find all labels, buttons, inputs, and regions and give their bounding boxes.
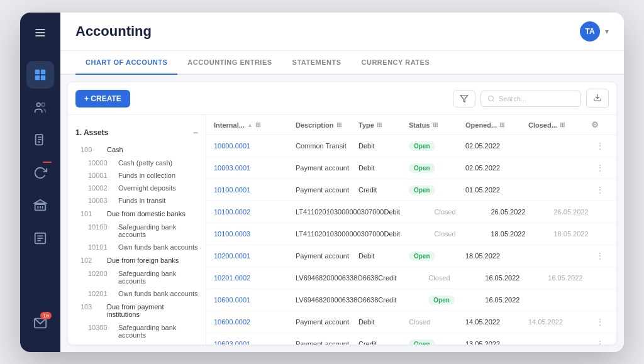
- table-row[interactable]: 10100.0003 LT411020103000000307000 Debit…: [206, 223, 616, 245]
- cell-type: Debit: [358, 142, 409, 150]
- tree-subitem-10201[interactable]: 10201 Own funds bank accounts: [68, 287, 206, 300]
- row-actions[interactable]: ⋮: [591, 339, 609, 345]
- cell-type: Credit: [378, 274, 428, 282]
- svg-rect-6: [41, 75, 45, 80]
- col-type[interactable]: Type ⊞: [358, 120, 409, 130]
- sort-internal-icon: ▲: [247, 122, 253, 128]
- tab-chart-of-accounts[interactable]: Chart of Accounts: [75, 51, 177, 75]
- tree-item-100[interactable]: 100 Cash: [68, 143, 206, 157]
- tree-subitem-10100[interactable]: 10100 Safeguarding bank accounts: [68, 221, 206, 241]
- filter-icon: [460, 94, 469, 103]
- table-row[interactable]: 10201.0002 LV69468200006338O6638 Credit …: [206, 267, 616, 289]
- cell-status: Closed: [409, 318, 465, 326]
- create-button[interactable]: + CREATE: [75, 90, 130, 108]
- content-wrapper: + CREATE Search...: [68, 82, 616, 345]
- svg-rect-3: [35, 70, 40, 74]
- tree-section-title: 1. Assets: [75, 128, 108, 137]
- tab-statements[interactable]: Statements: [282, 51, 352, 75]
- cell-opened: 26.05.2022: [491, 208, 554, 216]
- row-actions[interactable]: ⋮: [591, 163, 609, 173]
- settings-icon[interactable]: ⚙: [591, 120, 599, 130]
- sidebar-item-documents[interactable]: [26, 126, 54, 154]
- status-badge: Closed: [428, 274, 450, 282]
- table-row[interactable]: 10003.0001 Payment account Debit Open 02…: [206, 157, 616, 179]
- tree-subitem-10003[interactable]: 10003 Funds in transit: [68, 194, 206, 207]
- table-row[interactable]: 10200.0001 Payment account Debit Open 18…: [206, 245, 616, 267]
- filter-desc-icon[interactable]: ⊞: [336, 121, 341, 128]
- row-actions[interactable]: ⋮: [591, 141, 609, 151]
- cell-status: Closed: [428, 274, 485, 282]
- row-actions[interactable]: ⋮: [611, 295, 616, 305]
- table-row[interactable]: 10000.0001 Common Transit Debit Open 02.…: [206, 135, 616, 157]
- toolbar-right: Search...: [453, 89, 609, 108]
- download-button[interactable]: [586, 89, 609, 108]
- table-row[interactable]: 10100.0002 LT411020103000000307000 Debit…: [206, 201, 616, 223]
- tree-subitem-10000[interactable]: 10000 Cash (petty cash): [68, 157, 206, 169]
- tree-subitem-10002[interactable]: 10002 Overnight deposits: [68, 182, 206, 194]
- filter-opened-icon[interactable]: ⊞: [499, 121, 504, 128]
- sidebar-item-reports[interactable]: [26, 224, 54, 252]
- status-badge: Closed: [435, 230, 456, 238]
- sidebar: 18: [20, 13, 60, 352]
- tree-item-101[interactable]: 101 Due from domestic banks: [68, 207, 206, 221]
- col-internal[interactable]: Internal... ▲ ⊞: [214, 120, 296, 130]
- tab-accounting-entries[interactable]: Accounting Entries: [177, 51, 282, 75]
- row-actions[interactable]: ⋮: [591, 251, 609, 261]
- mail-badge: 18: [40, 312, 52, 319]
- hamburger-menu[interactable]: [30, 23, 50, 46]
- filter-type-icon[interactable]: ⊞: [377, 121, 382, 128]
- row-actions[interactable]: ⋮: [591, 317, 609, 327]
- sidebar-item-mail[interactable]: 18: [26, 309, 54, 337]
- sidebar-item-dashboard[interactable]: [26, 61, 54, 89]
- col-description[interactable]: Description ⊞: [296, 120, 358, 130]
- tab-currency-rates[interactable]: Currency Rates: [352, 51, 440, 75]
- cell-status: Open: [409, 185, 465, 195]
- cell-internal: 10003.0001: [214, 164, 296, 172]
- sync-badge: [43, 162, 52, 163]
- sidebar-item-sync[interactable]: [26, 159, 54, 187]
- status-badge: Closed: [435, 208, 456, 216]
- filter-status-icon[interactable]: ⊞: [433, 121, 438, 128]
- cell-internal: 10603.0001: [214, 340, 296, 345]
- table-row[interactable]: 10600.0002 Payment account Debit Closed …: [206, 311, 616, 333]
- table-row[interactable]: 10600.0001 LV69468200006338O6638 Credit …: [206, 289, 616, 311]
- col-settings[interactable]: ⚙: [591, 120, 609, 130]
- filter-internal-icon[interactable]: ⊞: [255, 121, 260, 128]
- cell-opened: 01.05.2022: [465, 186, 528, 194]
- cell-closed: 18.05.2022: [554, 230, 617, 238]
- col-opened[interactable]: Opened... ⊞: [465, 120, 528, 130]
- sidebar-item-bank[interactable]: [26, 192, 54, 219]
- cell-description: Common Transit: [296, 142, 358, 150]
- col-closed[interactable]: Closed... ⊞: [528, 120, 591, 130]
- status-badge: Open: [428, 295, 455, 305]
- table-body: 10000.0001 Common Transit Debit Open 02.…: [206, 135, 616, 345]
- col-status[interactable]: Status ⊞: [409, 120, 465, 130]
- filter-closed-icon[interactable]: ⊞: [560, 121, 565, 128]
- search-box[interactable]: Search...: [480, 91, 581, 107]
- row-actions[interactable]: ⋮: [611, 273, 616, 283]
- cell-status: Open: [428, 295, 485, 305]
- cell-description: Payment account: [296, 252, 358, 260]
- cell-description: Payment account: [296, 318, 358, 326]
- filter-button[interactable]: [453, 90, 475, 108]
- tree-item-103[interactable]: 103 Due from payment institutions: [68, 300, 206, 321]
- avatar-dropdown-icon[interactable]: ▾: [605, 27, 609, 36]
- tree-subitem-10200[interactable]: 10200 Safeguarding bank accounts: [68, 267, 206, 287]
- row-actions[interactable]: ⋮: [591, 185, 609, 195]
- cell-status: Open: [409, 339, 465, 345]
- cell-opened: 14.05.2022: [465, 318, 528, 326]
- cell-internal: 10200.0001: [214, 252, 296, 260]
- sidebar-item-users[interactable]: [26, 94, 54, 121]
- main-content: Accounting TA ▾ Chart of Accounts Accoun…: [60, 13, 624, 352]
- table-row[interactable]: 10100.0001 Payment account Credit Open 0…: [206, 179, 616, 201]
- tree-subitem-10101[interactable]: 10101 Own funds bank accounts: [68, 241, 206, 253]
- cell-internal: 10600.0001: [214, 296, 296, 304]
- table-row[interactable]: 10603.0001 Payment account Credit Open 1…: [206, 333, 616, 345]
- status-badge: Closed: [409, 318, 430, 326]
- collapse-button[interactable]: −: [193, 128, 198, 138]
- tree-subitem-10001[interactable]: 10001 Funds in collection: [68, 169, 206, 182]
- tree-section-header: 1. Assets −: [68, 123, 206, 143]
- avatar[interactable]: TA: [580, 21, 600, 41]
- tree-item-102[interactable]: 102 Due from foreign banks: [68, 253, 206, 267]
- tree-subitem-10300[interactable]: 10300 Safeguarding bank accounts: [68, 321, 206, 341]
